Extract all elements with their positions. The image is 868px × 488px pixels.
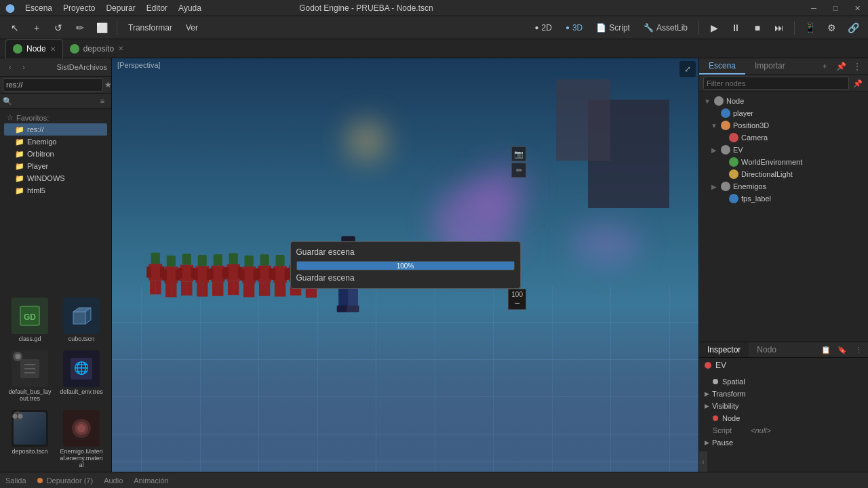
insp-menu-btn[interactable]: ⋮ [852, 343, 865, 357]
debug2-btn[interactable]: 🔗 [844, 18, 863, 37]
node-label: player [733, 109, 753, 117]
status-output[interactable]: Salida [5, 476, 26, 485]
settings-btn[interactable]: ⚙ [822, 18, 841, 37]
transform-btn[interactable]: Transformar [123, 22, 178, 34]
file-item-default-env[interactable]: 🌐 default_env.tres [57, 348, 106, 405]
path-input[interactable] [3, 78, 103, 92]
menu-editor[interactable]: Editor [146, 3, 167, 13]
scene-node-worldenv[interactable]: WorldEnvironment [699, 156, 868, 168]
save-progress-bar-bg: 100% [296, 261, 515, 270]
tool-rotate[interactable]: ↺ [49, 18, 68, 37]
scene-node-fpslabel[interactable]: fps_label [699, 192, 868, 205]
insp-tab-inspector[interactable]: Inspector [699, 342, 749, 357]
tool-pen[interactable]: ✏ [71, 18, 90, 37]
tree-item-label: Orbitron [27, 150, 54, 158]
scene-node-player[interactable]: player [699, 107, 868, 119]
filter-nodes-bar: 📌 [699, 75, 868, 92]
pen-tool-btn[interactable]: ✏ [511, 163, 526, 178]
scene-node-ev[interactable]: ▶ EV [699, 144, 868, 156]
insp-section-transform[interactable]: ▶ Transform [699, 388, 868, 400]
nav-forward-btn[interactable]: › [18, 61, 30, 73]
scene-node-position3d[interactable]: ▼ Position3D [699, 119, 868, 131]
view-btn[interactable]: Ver [180, 22, 203, 34]
tab-node[interactable]: Node ✕ [5, 39, 63, 58]
svg-rect-28 [182, 253, 191, 264]
insp-bookmark-btn[interactable]: 🔖 [835, 343, 849, 357]
pin-icon[interactable]: 📌 [834, 60, 848, 73]
maximize-btn[interactable]: □ [825, 0, 846, 16]
insp-section-visibility[interactable]: ▶ Visibility [699, 400, 868, 412]
tab-escena[interactable]: Escena [699, 58, 745, 75]
tree-item-windows[interactable]: 📁 WINDOWS [4, 172, 107, 184]
viewport-3d[interactable]: [Perspectiva] ⤢ 📷 ✏ 100 − Guardar escena [112, 58, 698, 472]
scene-node-camera[interactable]: Camera [699, 131, 868, 144]
tab-deposito-icon [70, 44, 79, 54]
file-item-class[interactable]: GD class.gd [5, 295, 54, 345]
file-item-enemigo-mat[interactable]: Enemigo.Material.enemy.material [57, 407, 106, 471]
insp-tab-node[interactable]: Nodo [749, 342, 785, 357]
insp-script-row: Script <null> [699, 424, 868, 436]
camera-icon[interactable]: 📷 [511, 146, 526, 161]
deploy-btn[interactable]: 📱 [800, 18, 819, 37]
node-dot [713, 415, 718, 421]
svg-rect-16 [151, 252, 160, 263]
svg-rect-36 [193, 268, 198, 279]
plus-icon[interactable]: + [818, 60, 831, 73]
menu-escena[interactable]: Escena [25, 3, 52, 13]
viewport-fullscreen-btn[interactable]: ⤢ [679, 61, 696, 77]
file-item-default-bus[interactable]: ⬤ default_bus_layout.tres [5, 348, 54, 405]
close-btn[interactable]: ✕ [846, 0, 868, 16]
tab-deposito-close[interactable]: ✕ [118, 45, 123, 52]
menu-proyecto[interactable]: Proyecto [63, 3, 95, 13]
status-animation[interactable]: Animación [134, 476, 168, 485]
more-icon[interactable]: ⋮ [850, 60, 864, 73]
favorites-label[interactable]: ☆ Favoritos: [4, 112, 107, 123]
filter-nodes-input[interactable] [703, 77, 849, 90]
menu-ayuda[interactable]: Ayuda [178, 3, 201, 13]
mode-3d-btn[interactable]: ● 3D [560, 22, 588, 34]
tool-arrow[interactable]: ↖ [5, 18, 24, 37]
filter-btn[interactable]: ≡ [96, 95, 108, 107]
favorites-section: ☆ Favoritos: 📁 res:// 📁 Enemigo 📁 Orbitr… [0, 110, 111, 198]
right-tabs: Escena Importar [699, 58, 795, 75]
minimize-btn[interactable]: ─ [803, 0, 825, 16]
tree-item-player[interactable]: 📁 Player [4, 160, 107, 172]
insp-history-btn[interactable]: 📋 [819, 343, 833, 357]
step-btn[interactable]: ⏭ [770, 18, 789, 37]
tree-item-orbitron[interactable]: 📁 Orbitron [4, 148, 107, 160]
play-btn[interactable]: ▶ [705, 18, 724, 37]
filter-pin-btn[interactable]: 📌 [852, 77, 864, 89]
script-btn[interactable]: 📄 Script [591, 22, 635, 34]
pause-btn[interactable]: ⏸ [726, 18, 745, 37]
mode-2d-btn[interactable]: ● 2D [530, 22, 557, 34]
tree-item-enemigo[interactable]: 📁 Enemigo [4, 136, 107, 148]
zoom-minus[interactable]: − [515, 298, 520, 308]
favorite-btn[interactable]: ★ [104, 79, 112, 91]
svg-rect-26 [165, 283, 171, 297]
tool-add[interactable]: + [27, 18, 46, 37]
view-label: Ver [186, 23, 198, 33]
scene-node-dirlight[interactable]: DirectionalLight [699, 168, 868, 180]
folder-icon: 📁 [15, 125, 24, 134]
tab-importar[interactable]: Importar [745, 58, 795, 75]
tool-select[interactable]: ⬜ [92, 18, 111, 37]
file-item-cubo[interactable]: cubo.tscn [57, 295, 106, 345]
panel-collapse-btn[interactable]: ‹ [699, 451, 707, 472]
file-grid-area: GD class.gd cubo.tscn ⬤ default_ [0, 289, 111, 472]
tree-item-res[interactable]: 📁 res:// [4, 123, 107, 136]
tab-deposito[interactable]: deposito ✕ [63, 39, 130, 58]
status-audio[interactable]: Audio [104, 476, 123, 485]
status-debug[interactable]: Depurador (7) [37, 476, 94, 485]
tree-item-html5[interactable]: 📁 html5 [4, 184, 107, 197]
tab-node-close[interactable]: ✕ [50, 45, 56, 53]
assetlib-btn[interactable]: 🔧 AssetLib [638, 22, 693, 34]
insp-section-pause[interactable]: ▶ Pause [699, 436, 868, 449]
menu-depurar[interactable]: Depurar [106, 3, 135, 13]
scene-node-node[interactable]: ▼ Node [699, 95, 868, 107]
scene-node-enemigos[interactable]: ▶ Enemigos [699, 180, 868, 192]
node-icon [729, 169, 738, 179]
nav-back-btn[interactable]: ‹ [4, 61, 16, 73]
stop-btn[interactable]: ■ [748, 18, 767, 37]
svg-rect-21 [156, 280, 161, 294]
file-item-deposito[interactable]: ⬤⬤ deposito.tscn [5, 407, 54, 471]
